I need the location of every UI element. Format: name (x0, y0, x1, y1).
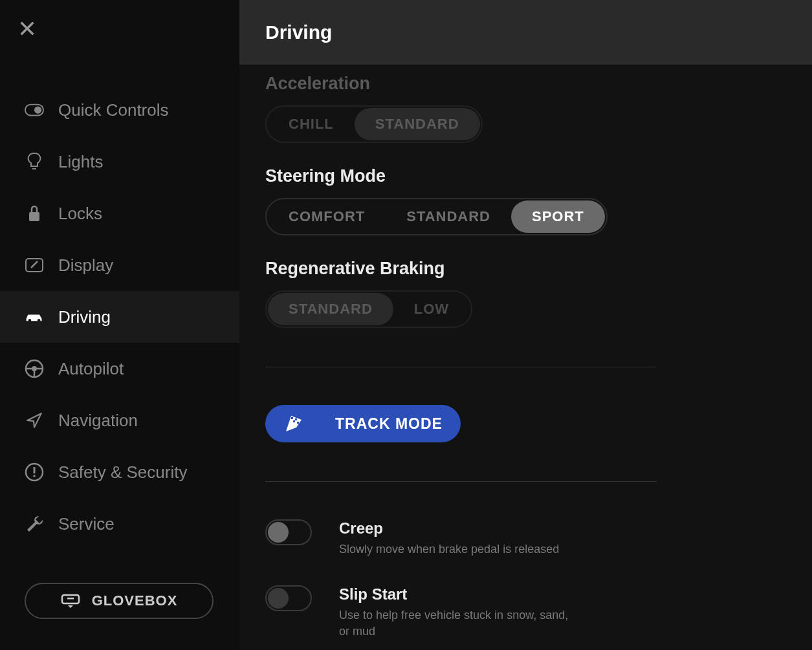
svg-point-1 (34, 106, 41, 113)
lock-icon (25, 204, 44, 223)
svg-rect-13 (291, 417, 293, 419)
navigation-arrow-icon (25, 411, 44, 430)
regen-label: Regenerative Braking (265, 259, 786, 279)
slip-start-title: Slip Start (339, 585, 572, 603)
nav-list: Quick Controls Lights Locks Display Driv… (0, 84, 239, 583)
track-mode-label: TRACK MODE (335, 415, 443, 433)
steering-option-standard[interactable]: STANDARD (386, 200, 511, 233)
page-header: Driving (239, 0, 812, 65)
settings-content: Acceleration CHILL STANDARD Steering Mod… (239, 65, 812, 639)
sidebar-item-label: Autopilot (58, 359, 124, 379)
display-icon (25, 255, 44, 275)
wrench-icon (25, 514, 44, 534)
slip-start-desc: Use to help free vehicle stuck in snow, … (339, 607, 572, 639)
glovebox-icon (61, 594, 80, 608)
svg-rect-15 (293, 420, 295, 422)
sidebar-item-label: Display (58, 255, 113, 276)
svg-point-7 (32, 366, 37, 371)
sidebar-item-navigation[interactable]: Navigation (0, 395, 239, 446)
glovebox-label: GLOVEBOX (92, 592, 178, 609)
creep-title: Creep (339, 519, 559, 537)
flag-icon (285, 415, 303, 433)
alert-circle-icon (25, 462, 44, 482)
track-mode-button[interactable]: TRACK MODE (265, 405, 461, 442)
svg-rect-2 (29, 212, 39, 221)
sidebar: Quick Controls Lights Locks Display Driv… (0, 0, 239, 650)
acceleration-option-chill[interactable]: CHILL (268, 108, 355, 140)
sidebar-item-safety-security[interactable]: Safety & Security (0, 446, 239, 498)
sidebar-item-driving[interactable]: Driving (0, 291, 239, 343)
steering-wheel-icon (25, 359, 44, 378)
car-icon (25, 307, 44, 327)
page-title: Driving (265, 21, 332, 43)
creep-desc: Slowly move when brake pedal is released (339, 541, 559, 557)
sidebar-item-label: Driving (58, 307, 111, 327)
sidebar-item-label: Navigation (58, 411, 138, 431)
sidebar-item-display[interactable]: Display (0, 239, 239, 291)
svg-point-4 (28, 319, 31, 321)
regen-option-standard[interactable]: STANDARD (268, 293, 393, 325)
sidebar-item-quick-controls[interactable]: Quick Controls (0, 84, 239, 136)
sidebar-item-locks[interactable]: Locks (0, 188, 239, 239)
divider (265, 481, 657, 482)
svg-rect-12 (67, 598, 74, 600)
sidebar-item-label: Locks (58, 204, 102, 224)
svg-point-10 (33, 475, 36, 477)
toggle-icon (25, 100, 44, 120)
sidebar-item-label: Quick Controls (58, 100, 169, 120)
sidebar-item-label: Service (58, 514, 115, 534)
glovebox-button[interactable]: GLOVEBOX (25, 583, 214, 619)
acceleration-segmented: CHILL STANDARD (265, 105, 483, 143)
sidebar-item-lights[interactable]: Lights (0, 136, 239, 188)
creep-toggle[interactable] (265, 519, 312, 545)
steering-label: Steering Mode (265, 166, 786, 186)
sidebar-item-service[interactable]: Service (0, 498, 239, 550)
svg-rect-14 (295, 418, 297, 420)
regen-segmented: STANDARD LOW (265, 290, 472, 328)
main-panel: Driving Acceleration CHILL STANDARD Stee… (239, 0, 812, 650)
steering-option-comfort[interactable]: COMFORT (268, 200, 386, 233)
steering-option-sport[interactable]: SPORT (511, 200, 605, 233)
close-icon[interactable] (18, 19, 36, 38)
svg-point-5 (38, 319, 40, 321)
steering-segmented: COMFORT STANDARD SPORT (265, 198, 608, 235)
sidebar-item-label: Safety & Security (58, 462, 187, 482)
acceleration-label: Acceleration (265, 74, 786, 94)
sidebar-item-autopilot[interactable]: Autopilot (0, 343, 239, 395)
slip-start-toggle[interactable] (265, 585, 312, 611)
regen-option-low[interactable]: LOW (393, 293, 470, 325)
svg-rect-9 (34, 467, 36, 473)
svg-rect-16 (297, 422, 299, 424)
sidebar-item-label: Lights (58, 152, 103, 172)
lightbulb-icon (25, 152, 44, 171)
acceleration-option-standard[interactable]: STANDARD (355, 108, 480, 140)
divider (265, 367, 657, 367)
